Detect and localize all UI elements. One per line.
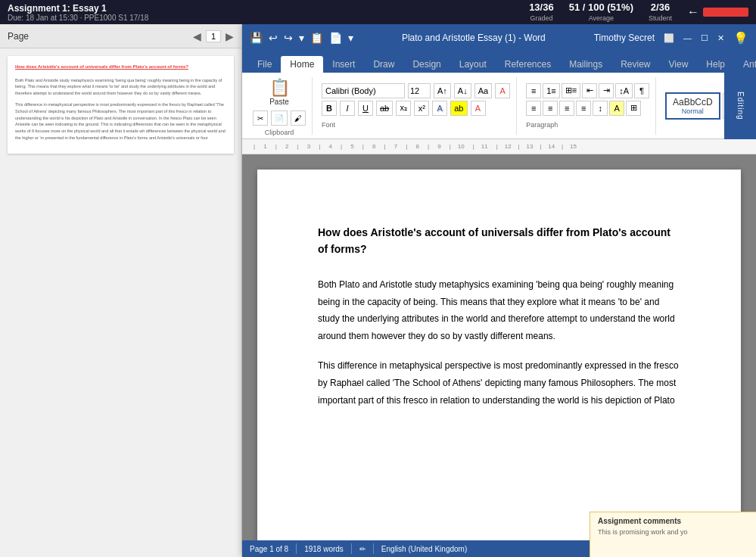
doc-para-2[interactable]: This difference in metaphysical perspect… xyxy=(318,357,680,409)
word-window: 💾 ↩ ↪ ▾ 📋 📄 ▾ Plato and Aristotle Essay … xyxy=(242,24,756,557)
mini-doc-title: How does Aristotle's account of universa… xyxy=(15,64,226,71)
borders-btn[interactable]: ⊞ xyxy=(626,101,641,116)
maximize-btn[interactable]: ☐ xyxy=(701,33,708,43)
font-grow-btn[interactable]: A↑ xyxy=(434,83,451,98)
show-marks-btn[interactable]: ¶ xyxy=(634,83,649,98)
tab-references[interactable]: References xyxy=(496,56,560,73)
decrease-indent-btn[interactable]: ⇤ xyxy=(582,83,597,98)
font-color-btn[interactable]: A xyxy=(471,101,486,116)
stat-graded: 13/36 Graded xyxy=(529,2,554,23)
tab-review[interactable]: Review xyxy=(611,56,659,73)
word-titlebar: 💾 ↩ ↪ ▾ 📋 📄 ▾ Plato and Aristotle Essay … xyxy=(242,24,756,51)
cut-btn[interactable]: ✂ xyxy=(253,110,268,126)
style-normal-label: Normal xyxy=(673,107,713,115)
font-shrink-btn[interactable]: A↓ xyxy=(454,83,471,98)
format-painter-btn[interactable]: 🖌 xyxy=(291,110,306,126)
save-icon[interactable]: 💾 xyxy=(250,32,263,44)
justify-btn[interactable]: ≡ xyxy=(576,101,591,116)
page-label: Page xyxy=(8,31,29,42)
copy-icon[interactable]: 📋 xyxy=(310,32,323,44)
shading-btn[interactable]: A xyxy=(609,101,624,116)
style-normal-text: AaBbCcD xyxy=(673,97,713,107)
paste-btn[interactable]: 📋 Paste xyxy=(263,75,296,109)
editing-indicator: Editing xyxy=(724,73,756,139)
clear-format-btn[interactable]: A xyxy=(495,83,510,98)
page-nav[interactable]: ◀ 1 ▶ xyxy=(193,30,234,42)
tab-view[interactable]: View xyxy=(660,56,698,73)
page-prev-btn[interactable]: ◀ xyxy=(193,30,201,42)
increase-indent-btn[interactable]: ⇥ xyxy=(599,83,614,98)
new-icon[interactable]: 📄 xyxy=(329,32,342,44)
tab-help[interactable]: Help xyxy=(697,56,734,73)
strikethrough-btn[interactable]: ab xyxy=(376,101,393,116)
page-number[interactable]: 1 xyxy=(206,30,221,42)
tab-draw[interactable]: Draw xyxy=(364,56,403,73)
tab-mailings[interactable]: Mailings xyxy=(560,56,611,73)
status-sep-1 xyxy=(296,543,297,554)
tab-design[interactable]: Design xyxy=(403,56,450,73)
more-icon[interactable]: ▾ xyxy=(299,32,304,44)
word-title: Plato and Aristotle Essay (1) - Word xyxy=(402,33,546,43)
left-panel: Page ◀ 1 ▶ How does Aristotle's account … xyxy=(0,24,242,557)
document-area[interactable]: How does Aristotle's account of universa… xyxy=(242,154,756,540)
document-page[interactable]: How does Aristotle's account of universa… xyxy=(257,170,741,540)
align-center-btn[interactable]: ≡ xyxy=(543,101,558,116)
ribbon-content: 📋 Paste ✂ 📄 🖌 Clipboard A↑ A↓ Aa A B xyxy=(242,73,756,139)
bullets-btn[interactable]: ≡ xyxy=(526,83,541,98)
left-panel-header: Page ◀ 1 ▶ xyxy=(0,24,241,48)
nav-arrows[interactable]: ← xyxy=(687,5,748,19)
subscript-btn[interactable]: x₂ xyxy=(396,101,411,116)
tab-insert[interactable]: Insert xyxy=(323,56,364,73)
font-size-input[interactable] xyxy=(408,83,431,98)
align-left-btn[interactable]: ≡ xyxy=(526,101,541,116)
doc-body[interactable]: Both Plato and Aristotle study metaphysi… xyxy=(318,276,680,409)
sort-btn[interactable]: ↕A xyxy=(615,83,633,98)
editing-label: Editing xyxy=(736,92,745,120)
word-count: 1918 words xyxy=(304,545,344,553)
comment-text: This is promising work and yo xyxy=(598,528,748,536)
stat-average: 51 / 100 (51%) Average xyxy=(569,2,633,23)
paste-label: Paste xyxy=(269,98,289,106)
tab-file[interactable]: File xyxy=(248,56,281,73)
close-btn[interactable]: ✕ xyxy=(717,33,724,43)
ribbon-tabs[interactable]: File Home Insert Draw Design Layout Refe… xyxy=(242,51,756,73)
line-spacing-btn[interactable]: ↕ xyxy=(593,101,608,116)
prev-arrow[interactable]: ← xyxy=(687,5,699,19)
doc-para-1[interactable]: Both Plato and Aristotle study metaphysi… xyxy=(318,276,680,345)
red-indicator xyxy=(703,8,748,17)
multilevel-btn[interactable]: ⊞≡ xyxy=(562,83,580,98)
assignment-subtitle: Due: 18 Jan at 15:30 · PPE1000 S1 17/18 xyxy=(8,14,148,22)
text-effects-btn[interactable]: A xyxy=(432,101,447,116)
tab-antidote[interactable]: Antidote xyxy=(734,56,756,73)
settings-icon[interactable]: ▾ xyxy=(348,32,353,44)
light-icon[interactable]: 💡 xyxy=(733,31,748,45)
page-next-btn[interactable]: ▶ xyxy=(226,30,234,42)
paragraph-label: Paragraph xyxy=(526,121,649,129)
comment-panel: Assignment comments This is promising wo… xyxy=(590,512,756,557)
stat-student: 2/36 Student xyxy=(649,2,672,23)
undo-icon[interactable]: ↩ xyxy=(269,32,278,44)
page-status: Page 1 of 8 xyxy=(250,545,288,553)
minimize-btn[interactable]: — xyxy=(683,33,692,42)
underline-btn[interactable]: U xyxy=(358,101,373,116)
assignment-info: Assignment 1: Essay 1 Due: 18 Jan at 15:… xyxy=(8,3,148,22)
track-changes-icon: ✏ xyxy=(359,545,366,553)
superscript-btn[interactable]: x² xyxy=(414,101,429,116)
font-name-input[interactable] xyxy=(322,83,405,98)
highlight-btn[interactable]: ab xyxy=(450,101,467,116)
change-case-btn[interactable]: Aa xyxy=(474,83,492,98)
copy-small-btn[interactable]: 📄 xyxy=(271,110,288,126)
tab-layout[interactable]: Layout xyxy=(450,56,496,73)
tab-home[interactable]: Home xyxy=(281,56,323,73)
bold-btn[interactable]: B xyxy=(322,101,337,116)
align-right-btn[interactable]: ≡ xyxy=(559,101,574,116)
comment-title: Assignment comments xyxy=(598,517,748,525)
status-sep-3 xyxy=(373,543,374,554)
expand-btn[interactable]: ⬜ xyxy=(664,33,674,43)
mini-para-2: This difference in metaphysical perspect… xyxy=(15,101,226,142)
italic-btn[interactable]: I xyxy=(340,101,355,116)
style-normal[interactable]: AaBbCcD Normal xyxy=(665,92,720,120)
redo-icon[interactable]: ↪ xyxy=(284,32,293,44)
doc-title[interactable]: How does Aristotle's account of universa… xyxy=(318,224,680,258)
numbering-btn[interactable]: 1≡ xyxy=(543,83,560,98)
